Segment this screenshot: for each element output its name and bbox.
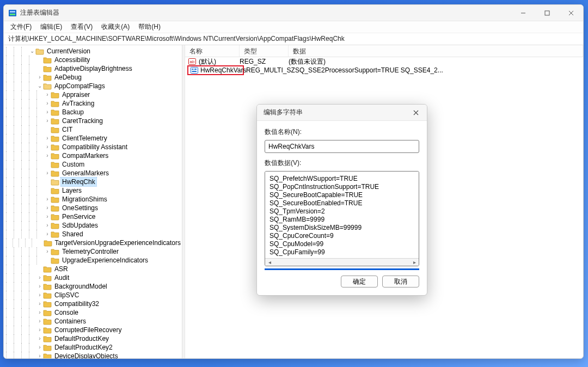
tree-node[interactable]: CIT bbox=[4, 125, 182, 134]
tree-label: OneSettings bbox=[61, 204, 99, 212]
expand-icon[interactable]: › bbox=[44, 90, 51, 99]
col-data[interactable]: 数据 bbox=[289, 45, 583, 57]
dialog-close-button[interactable] bbox=[405, 105, 427, 121]
tree-label: ClipSVC bbox=[53, 291, 80, 299]
tree-node[interactable]: ASR bbox=[4, 265, 182, 273]
expand-icon[interactable]: › bbox=[44, 212, 51, 221]
tree-node[interactable]: ›ClientTelemetry bbox=[4, 134, 182, 143]
expand-icon[interactable]: › bbox=[44, 117, 51, 125]
menu-favorites[interactable]: 收藏夹(A) bbox=[97, 21, 134, 33]
cancel-button[interactable]: 取消 bbox=[382, 276, 419, 288]
svg-rect-7 bbox=[192, 69, 194, 70]
expand-icon[interactable]: › bbox=[44, 221, 51, 230]
string-icon: ab bbox=[187, 58, 197, 65]
tree-node[interactable]: TargetVersionUpgradeExperienceIndicators bbox=[4, 238, 182, 247]
tree-node[interactable]: ›CaretTracking bbox=[4, 117, 182, 125]
tree-node[interactable]: ›DefaultProductKey bbox=[4, 334, 182, 343]
expand-icon[interactable]: › bbox=[36, 326, 43, 334]
close-button[interactable] bbox=[559, 5, 583, 21]
col-name[interactable]: 名称 bbox=[185, 45, 240, 57]
menu-help[interactable]: 帮助(H) bbox=[134, 21, 165, 33]
expand-icon[interactable]: › bbox=[36, 334, 43, 343]
tree-node[interactable]: ›PenService bbox=[4, 212, 182, 221]
tree-node[interactable]: HwReqChk bbox=[4, 178, 182, 186]
scroll-right-icon[interactable]: ▸ bbox=[410, 259, 419, 265]
minimize-button[interactable] bbox=[511, 5, 535, 21]
tree-label: ASR bbox=[53, 265, 69, 273]
tree-node[interactable]: AdaptiveDisplayBrightness bbox=[4, 64, 182, 73]
tree-node[interactable]: ›Backup bbox=[4, 108, 182, 117]
tree-node[interactable]: ›Compatibility Assistant bbox=[4, 143, 182, 151]
expand-icon[interactable]: › bbox=[36, 299, 43, 308]
expand-icon[interactable]: ⌄ bbox=[29, 47, 35, 56]
titlebar[interactable]: 注册表编辑器 bbox=[4, 5, 583, 21]
tree-node[interactable]: ›Audit bbox=[4, 273, 182, 282]
expand-icon[interactable]: › bbox=[36, 343, 43, 352]
expand-icon[interactable]: › bbox=[44, 134, 51, 143]
tree-node[interactable]: ›BackgroundModel bbox=[4, 282, 182, 291]
tree-node[interactable]: Custom bbox=[4, 160, 182, 169]
expand-icon[interactable]: ⌄ bbox=[36, 82, 43, 90]
tree-node[interactable]: ›AvTracking bbox=[4, 99, 182, 108]
tree-node[interactable]: ⌄AppCompatFlags bbox=[4, 82, 182, 90]
expand-icon[interactable]: › bbox=[44, 204, 51, 212]
tree-node[interactable]: ›SdbUpdates bbox=[4, 221, 182, 230]
tree-node[interactable]: ›GeneralMarkers bbox=[4, 169, 182, 178]
address-bar[interactable]: 计算机\HKEY_LOCAL_MACHINE\SOFTWARE\Microsof… bbox=[4, 33, 583, 45]
tree-node[interactable]: ›Appraiser bbox=[4, 90, 182, 99]
tree-node[interactable]: ›AeDebug bbox=[4, 73, 182, 82]
expand-icon[interactable]: › bbox=[44, 195, 51, 204]
value-row-hwreqchkvars[interactable]: HwReqChkVars REG_MULTI_SZ SQ_SSE2Process… bbox=[185, 66, 583, 75]
tree-node[interactable]: ›Shared bbox=[4, 230, 182, 238]
tree-node[interactable]: ›DeviceDisplayObjects bbox=[4, 352, 182, 358]
expand-icon[interactable]: › bbox=[44, 99, 51, 108]
value-name-input[interactable] bbox=[265, 140, 419, 153]
expand-icon[interactable]: › bbox=[36, 317, 43, 326]
expand-icon[interactable]: › bbox=[36, 308, 43, 317]
ok-button[interactable]: 确定 bbox=[341, 276, 378, 288]
col-type[interactable]: 类型 bbox=[240, 45, 289, 57]
expand-icon[interactable]: › bbox=[44, 151, 51, 160]
textarea-hscrollbar[interactable]: ◂ ▸ bbox=[265, 258, 419, 266]
expand-icon[interactable]: › bbox=[44, 169, 51, 178]
value-row-default[interactable]: ab (默认) REG_SZ (数值未设置) bbox=[185, 57, 583, 66]
folder-icon bbox=[51, 108, 59, 116]
menu-edit[interactable]: 编辑(E) bbox=[36, 21, 66, 33]
tree-node[interactable]: ›CompatMarkers bbox=[4, 151, 182, 160]
folder-icon bbox=[43, 291, 52, 299]
menu-file[interactable]: 文件(F) bbox=[6, 21, 36, 33]
expand-icon[interactable]: › bbox=[44, 230, 51, 238]
expand-icon[interactable]: › bbox=[36, 291, 43, 299]
expand-icon[interactable]: › bbox=[36, 73, 43, 82]
dialog-accent bbox=[265, 268, 419, 270]
tree-node[interactable]: ›Console bbox=[4, 308, 182, 317]
expand-icon[interactable]: › bbox=[36, 273, 43, 282]
tree-node[interactable]: ›OneSettings bbox=[4, 204, 182, 212]
tree-node[interactable]: ›TelemetryController bbox=[4, 247, 182, 256]
expand-icon[interactable]: › bbox=[44, 247, 51, 256]
tree-node[interactable]: ⌄CurrentVersion bbox=[4, 47, 182, 56]
tree-node[interactable]: ›Compatibility32 bbox=[4, 299, 182, 308]
tree-node[interactable]: ›Containers bbox=[4, 317, 182, 326]
scroll-left-icon[interactable]: ◂ bbox=[265, 259, 274, 265]
menu-view[interactable]: 查看(V) bbox=[66, 21, 97, 33]
expand-icon[interactable]: › bbox=[36, 282, 43, 291]
tree-node[interactable]: ›MigrationShims bbox=[4, 195, 182, 204]
tree-view[interactable]: ⌄CurrentVersionAccessibilityAdaptiveDisp… bbox=[4, 45, 182, 358]
tree-node[interactable]: ›DefaultProductKey2 bbox=[4, 343, 182, 352]
expand-icon[interactable]: › bbox=[36, 352, 43, 358]
expand-icon[interactable]: › bbox=[44, 143, 51, 151]
value-data-textarea[interactable] bbox=[265, 172, 419, 256]
tree-node[interactable]: UpgradeExperienceIndicators bbox=[4, 256, 182, 265]
tree-node[interactable]: Layers bbox=[4, 186, 182, 195]
tree-node[interactable]: ›ClipSVC bbox=[4, 291, 182, 299]
maximize-button[interactable] bbox=[535, 5, 559, 21]
dialog-titlebar[interactable]: 编辑多字符串 bbox=[257, 105, 427, 121]
expand-icon[interactable]: › bbox=[44, 108, 51, 117]
tree-node[interactable]: Accessibility bbox=[4, 56, 182, 64]
value-data-label: 数值数据(V): bbox=[265, 158, 419, 168]
tree-label: AppCompatFlags bbox=[53, 82, 106, 90]
folder-icon bbox=[51, 222, 59, 229]
tree-node[interactable]: ›CorruptedFileRecovery bbox=[4, 326, 182, 334]
folder-icon bbox=[51, 187, 59, 194]
